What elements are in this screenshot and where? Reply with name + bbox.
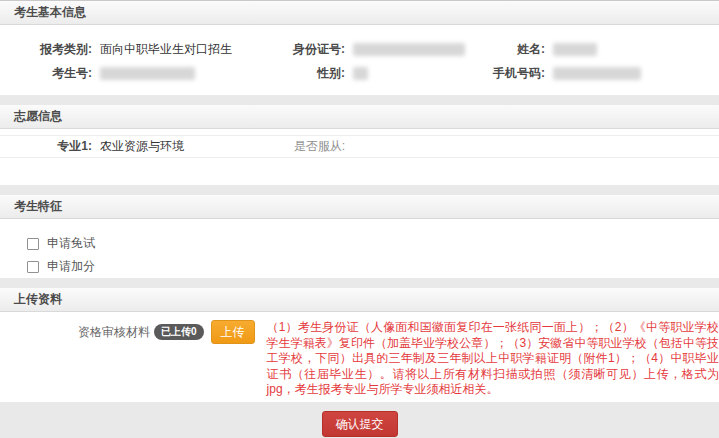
candidate-no-redacted xyxy=(100,67,195,80)
major1-value: 农业资源与环境 xyxy=(92,138,255,155)
exempt-checkbox-row[interactable]: 申请免试 xyxy=(27,232,719,255)
characteristics-body: 申请免试 申请加分 xyxy=(0,219,719,278)
phone-label: 手机号码: xyxy=(455,65,545,82)
name-label: 姓名: xyxy=(455,41,545,58)
bonus-checkbox[interactable] xyxy=(27,261,39,273)
bonus-checkbox-label: 申请加分 xyxy=(47,258,95,275)
section-title-basic: 考生基本信息 xyxy=(14,5,86,19)
basic-info-row-1: 报考类别: 面向中职毕业生对口招生 身份证号: 姓名: xyxy=(0,37,719,61)
confirm-submit-button[interactable]: 确认提交 xyxy=(322,411,398,437)
application-form-page: 考生基本信息 报考类别: 面向中职毕业生对口招生 身份证号: 姓名: 考生号: … xyxy=(0,0,719,438)
obey-label: 是否服从: xyxy=(255,138,345,155)
name-value xyxy=(545,42,719,56)
section-title-characteristics: 考生特征 xyxy=(14,199,62,213)
phone-value xyxy=(545,66,719,80)
basic-info-body: 报考类别: 面向中职毕业生对口招生 身份证号: 姓名: 考生号: 性别: 手机号… xyxy=(0,25,719,95)
id-number-label: 身份证号: xyxy=(255,41,345,58)
gender-redacted xyxy=(353,67,368,80)
exempt-checkbox[interactable] xyxy=(27,238,39,250)
category-value: 面向中职毕业生对口招生 xyxy=(92,41,255,58)
section-basic-info: 考生基本信息 报考类别: 面向中职毕业生对口招生 身份证号: 姓名: 考生号: … xyxy=(0,1,719,95)
uploaded-count-badge: 已上传0 xyxy=(154,324,204,340)
section-title-volunteer: 志愿信息 xyxy=(14,109,62,123)
basic-info-row-2: 考生号: 性别: 手机号码: xyxy=(0,61,719,85)
volunteer-body: 专业1: 农业资源与环境 是否服从: xyxy=(0,129,719,185)
section-header-characteristics: 考生特征 xyxy=(0,195,719,219)
bonus-checkbox-row[interactable]: 申请加分 xyxy=(27,255,719,278)
name-redacted xyxy=(553,43,597,56)
form-footer: 确认提交 xyxy=(0,402,719,438)
upload-body: 资格审核材料 已上传0 上传 （1）考生身份证（人像面和国徽面复印在一张纸同一面… xyxy=(0,312,719,402)
section-title-upload: 上传资料 xyxy=(14,292,62,306)
section-header-upload: 上传资料 xyxy=(0,288,719,312)
id-number-redacted xyxy=(353,43,465,56)
section-header-volunteer: 志愿信息 xyxy=(0,105,719,129)
section-header-basic: 考生基本信息 xyxy=(0,1,719,25)
section-characteristics: 考生特征 申请免试 申请加分 xyxy=(0,195,719,278)
candidate-no-value xyxy=(92,66,255,80)
upload-instructions: （1）考生身份证（人像面和国徽面复印在一张纸同一面上）；（2）《中等职业学校学生… xyxy=(267,320,719,398)
gender-label: 性别: xyxy=(255,65,345,82)
section-upload: 上传资料 资格审核材料 已上传0 上传 （1）考生身份证（人像面和国徽面复印在一… xyxy=(0,288,719,402)
upload-controls: 资格审核材料 已上传0 上传 xyxy=(0,320,255,344)
id-number-value xyxy=(345,42,455,56)
phone-redacted xyxy=(553,67,641,80)
upload-button[interactable]: 上传 xyxy=(211,320,255,344)
candidate-no-label: 考生号: xyxy=(0,65,92,82)
exempt-checkbox-label: 申请免试 xyxy=(47,235,95,252)
section-volunteer-info: 志愿信息 专业1: 农业资源与环境 是否服从: xyxy=(0,105,719,185)
major1-label: 专业1: xyxy=(0,138,92,155)
major-row: 专业1: 农业资源与环境 是否服从: xyxy=(0,135,719,158)
material-label: 资格审核材料 xyxy=(0,324,150,341)
gender-value xyxy=(345,66,455,80)
category-label: 报考类别: xyxy=(0,41,92,58)
